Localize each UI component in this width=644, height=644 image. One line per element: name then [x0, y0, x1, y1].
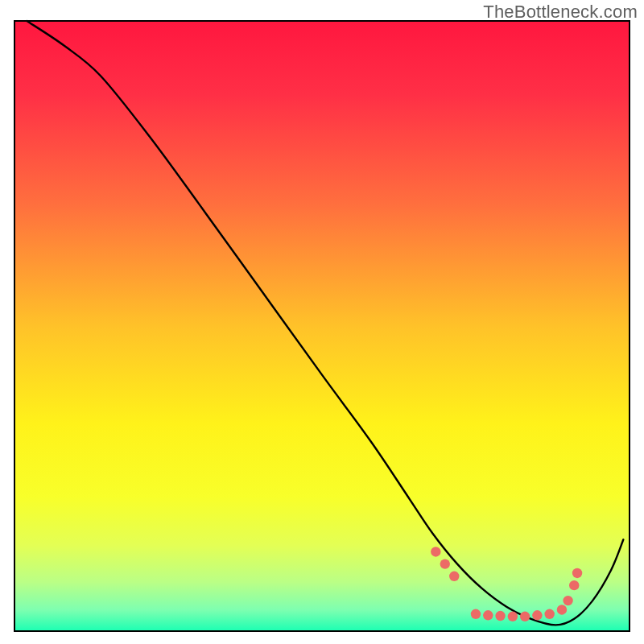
highlight-dot — [557, 605, 567, 614]
chart-container: TheBottleneck.com — [0, 0, 644, 644]
highlight-dot — [569, 580, 579, 590]
highlight-dot — [440, 559, 450, 568]
highlight-dot — [431, 547, 440, 556]
highlight-dot — [449, 572, 459, 581]
highlight-dot — [532, 610, 542, 620]
highlight-dot — [471, 609, 481, 619]
plot-background — [14, 21, 630, 631]
highlight-dot — [563, 596, 572, 605]
highlight-dot — [483, 610, 493, 620]
bottleneck-chart — [0, 0, 644, 644]
highlight-dot — [495, 611, 505, 621]
highlight-dot — [520, 612, 530, 621]
highlight-dot — [572, 568, 582, 578]
highlight-dot — [544, 609, 554, 619]
highlight-dot — [508, 612, 518, 621]
watermark-text: TheBottleneck.com — [483, 2, 638, 23]
